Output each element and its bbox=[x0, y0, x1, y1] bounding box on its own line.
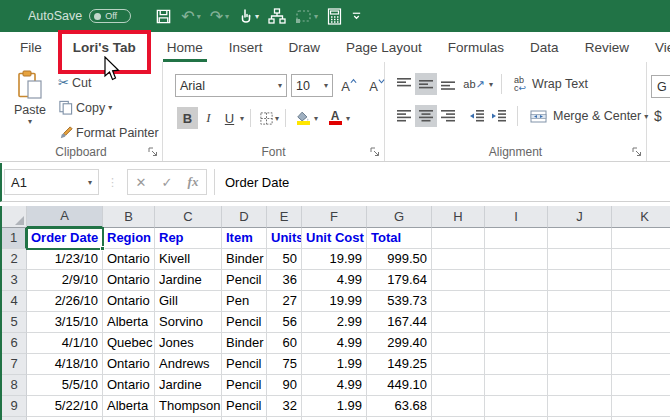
top-align-button[interactable] bbox=[393, 73, 415, 95]
cell-k1[interactable] bbox=[612, 228, 670, 249]
cell-c1[interactable]: Rep bbox=[155, 228, 222, 249]
cell-f7[interactable]: 1.99 bbox=[302, 354, 367, 375]
cell-d6[interactable]: Binder bbox=[222, 333, 267, 354]
column-header-j[interactable]: J bbox=[548, 206, 612, 228]
fill-color-button[interactable] bbox=[292, 107, 314, 129]
cell-k5[interactable] bbox=[612, 312, 670, 333]
cell-a4[interactable]: 2/26/10 bbox=[27, 291, 103, 312]
cell-j3[interactable] bbox=[548, 270, 612, 291]
cell-i5[interactable] bbox=[485, 312, 548, 333]
cell-d5[interactable]: Pencil bbox=[222, 312, 267, 333]
cell-c4[interactable]: Gill bbox=[155, 291, 222, 312]
row-header-1[interactable]: 1 bbox=[2, 228, 27, 249]
cell-a6[interactable]: 4/1/10 bbox=[27, 333, 103, 354]
font-name-select[interactable]: Arial ▾ bbox=[175, 74, 287, 97]
middle-align-button[interactable] bbox=[415, 73, 437, 95]
cell-k6[interactable] bbox=[612, 333, 670, 354]
font-size-select[interactable]: 10 ▾ bbox=[291, 74, 333, 97]
cell-c9[interactable]: Thompson bbox=[155, 396, 222, 417]
custom-form-icon[interactable] bbox=[268, 8, 286, 24]
center-button[interactable] bbox=[415, 105, 437, 127]
row-header-3[interactable]: 3 bbox=[2, 270, 27, 291]
number-format-select[interactable]: G bbox=[651, 75, 670, 98]
cancel-icon[interactable]: ✕ bbox=[128, 175, 154, 190]
cell-d7[interactable]: Pencil bbox=[222, 354, 267, 375]
cell-b7[interactable]: Ontario bbox=[103, 354, 155, 375]
row-header-9[interactable]: 9 bbox=[2, 396, 27, 417]
column-header-h[interactable]: H bbox=[432, 206, 485, 228]
cell-i6[interactable] bbox=[485, 333, 548, 354]
cell-i2[interactable] bbox=[485, 249, 548, 270]
cell-d8[interactable]: Pencil bbox=[222, 375, 267, 396]
cell-d1[interactable]: Item bbox=[222, 228, 267, 249]
cell-k3[interactable] bbox=[612, 270, 670, 291]
cell-e7[interactable]: 75 bbox=[267, 354, 302, 375]
cell-h2[interactable] bbox=[432, 249, 485, 270]
cell-b8[interactable]: Ontario bbox=[103, 375, 155, 396]
cell-g9[interactable]: 63.68 bbox=[367, 396, 432, 417]
cell-g8[interactable]: 449.10 bbox=[367, 375, 432, 396]
cell-g6[interactable]: 299.40 bbox=[367, 333, 432, 354]
cell-h6[interactable] bbox=[432, 333, 485, 354]
cell-a1[interactable]: Order Date bbox=[27, 228, 103, 249]
row-header-8[interactable]: 8 bbox=[2, 375, 27, 396]
cell-f9[interactable]: 1.99 bbox=[302, 396, 367, 417]
format-painter-button[interactable]: Format Painter bbox=[54, 120, 163, 145]
cell-f5[interactable]: 2.99 bbox=[302, 312, 367, 333]
cell-e6[interactable]: 60 bbox=[267, 333, 302, 354]
tab-insert[interactable]: Insert bbox=[216, 32, 276, 62]
cell-e3[interactable]: 36 bbox=[267, 270, 302, 291]
fill-color-dropdown-arrow[interactable]: ▾ bbox=[314, 114, 318, 123]
cell-a2[interactable]: 1/23/10 bbox=[27, 249, 103, 270]
cell-b2[interactable]: Ontario bbox=[103, 249, 155, 270]
tab-data[interactable]: Data bbox=[517, 32, 572, 62]
cell-i9[interactable] bbox=[485, 396, 548, 417]
column-header-e[interactable]: E bbox=[267, 206, 302, 228]
redo-icon[interactable]: ↷▾ bbox=[210, 7, 229, 26]
select-all-button[interactable] bbox=[2, 206, 27, 228]
tab-review[interactable]: Review bbox=[572, 32, 642, 62]
font-color-dropdown-arrow[interactable]: ▾ bbox=[346, 114, 350, 123]
cell-c7[interactable]: Andrews bbox=[155, 354, 222, 375]
merge-center-button[interactable]: Merge & Center ▾ bbox=[526, 107, 652, 125]
underline-button[interactable]: U bbox=[219, 107, 240, 129]
tab-page-layout[interactable]: Page Layout bbox=[333, 32, 435, 62]
cell-a9[interactable]: 5/22/10 bbox=[27, 396, 103, 417]
row-header-6[interactable]: 6 bbox=[2, 333, 27, 354]
borders-button[interactable] bbox=[257, 107, 275, 129]
cell-i1[interactable] bbox=[485, 228, 548, 249]
column-header-a[interactable]: A bbox=[27, 206, 103, 228]
name-box-dropdown-arrow[interactable]: ▾ bbox=[88, 178, 92, 187]
cell-h3[interactable] bbox=[432, 270, 485, 291]
tab-view[interactable]: View bbox=[642, 32, 670, 62]
touch-mode-icon[interactable]: ▾ bbox=[238, 8, 259, 25]
cell-e5[interactable]: 56 bbox=[267, 312, 302, 333]
paste-dropdown-arrow[interactable]: ▾ bbox=[28, 117, 32, 126]
cell-h7[interactable] bbox=[432, 354, 485, 375]
cell-h5[interactable] bbox=[432, 312, 485, 333]
cell-k2[interactable] bbox=[612, 249, 670, 270]
row-header-7[interactable]: 7 bbox=[2, 354, 27, 375]
name-box[interactable]: A1 ▾ bbox=[4, 169, 99, 195]
formula-input[interactable]: Order Date bbox=[214, 169, 670, 195]
cell-f4[interactable]: 19.99 bbox=[302, 291, 367, 312]
column-header-d[interactable]: D bbox=[222, 206, 267, 228]
cell-g4[interactable]: 539.73 bbox=[367, 291, 432, 312]
column-header-c[interactable]: C bbox=[155, 206, 222, 228]
cell-g5[interactable]: 167.44 bbox=[367, 312, 432, 333]
cell-j4[interactable] bbox=[548, 291, 612, 312]
cell-k4[interactable] bbox=[612, 291, 670, 312]
cell-j6[interactable] bbox=[548, 333, 612, 354]
autosave-toggle[interactable]: Off bbox=[89, 9, 131, 23]
cell-j7[interactable] bbox=[548, 354, 612, 375]
cell-c8[interactable]: Jardine bbox=[155, 375, 222, 396]
font-dialog-launcher[interactable] bbox=[370, 147, 381, 158]
clipboard-dialog-launcher[interactable] bbox=[148, 147, 159, 158]
cell-h9[interactable] bbox=[432, 396, 485, 417]
autosave-control[interactable]: AutoSave Off bbox=[28, 9, 131, 23]
lasso-select-icon[interactable]: ▾ bbox=[295, 9, 318, 24]
column-header-i[interactable]: I bbox=[485, 206, 548, 228]
cell-j1[interactable] bbox=[548, 228, 612, 249]
column-header-k[interactable]: K bbox=[612, 206, 670, 228]
cell-d4[interactable]: Pen bbox=[222, 291, 267, 312]
